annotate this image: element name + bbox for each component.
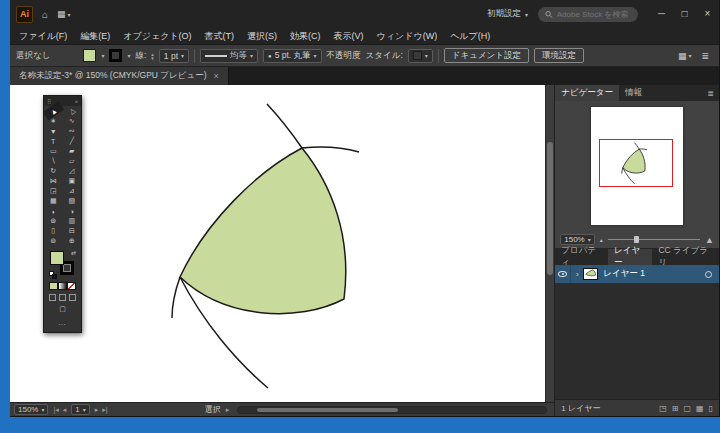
previous-artboard-icon[interactable]: ◂ — [63, 406, 67, 414]
workspace-switcher[interactable]: 初期設定 ▾ — [487, 8, 528, 20]
tool-hand[interactable]: ⊚ — [44, 236, 63, 246]
menu-item-object[interactable]: オブジェクト(O) — [123, 30, 191, 43]
tool-eraser[interactable]: ▱ — [63, 156, 82, 166]
menu-item-edit[interactable]: 編集(E) — [80, 30, 110, 43]
menu-item-effect[interactable]: 効果(C) — [290, 30, 321, 43]
next-artboard-icon[interactable]: ▸ — [95, 406, 99, 414]
tab-info[interactable]: 情報 — [619, 85, 648, 101]
new-sublayer-icon[interactable]: ▢ — [683, 404, 691, 413]
stock-search-field[interactable] — [538, 7, 638, 22]
collect-for-export-icon[interactable]: ◳ — [659, 404, 667, 413]
app-logo-icon[interactable]: Ai — [16, 6, 33, 23]
tool-symbol-sprayer[interactable]: ⊛ — [44, 216, 63, 226]
tool-type[interactable]: T — [44, 136, 63, 146]
tool-pencil[interactable]: ∖ — [44, 156, 63, 166]
horizontal-scrollbar-thumb[interactable] — [257, 408, 399, 412]
menu-item-type[interactable]: 書式(T) — [205, 30, 235, 43]
tool-slice[interactable]: ⊟ — [63, 226, 82, 236]
tool-width[interactable]: ⋈ — [44, 176, 63, 186]
last-artboard-icon[interactable]: ▸| — [102, 406, 107, 414]
none-button[interactable] — [67, 282, 76, 290]
navigator-view-rectangle[interactable] — [599, 139, 673, 187]
color-button[interactable] — [49, 282, 58, 290]
tab-navigator[interactable]: ナビゲーター — [555, 85, 619, 101]
make-mask-icon[interactable]: ⊞ — [672, 404, 679, 413]
tool-line-segment[interactable]: ╱ — [63, 136, 82, 146]
delete-layer-icon[interactable]: ▯ — [709, 404, 713, 413]
chevron-down-icon[interactable]: ▾ — [127, 52, 130, 59]
draw-inside-button[interactable] — [69, 294, 76, 301]
artwork[interactable] — [10, 85, 546, 402]
arrange-documents-button[interactable]: ▦ ▾ — [57, 9, 71, 19]
tool-zoom[interactable]: ⊕ — [63, 236, 82, 246]
stroke-weight-dropdown[interactable]: 1 pt ▾ — [159, 49, 189, 63]
stroke-profile-dropdown[interactable]: 均等 ▾ — [200, 49, 258, 63]
zoom-out-icon[interactable]: ▴ — [600, 236, 603, 243]
fill-color-swatch[interactable] — [83, 49, 96, 62]
tool-free-transform[interactable]: ▣ — [63, 176, 82, 186]
minimize-button[interactable]: ─ — [650, 0, 673, 28]
tool-column-graph[interactable]: ▥ — [63, 216, 82, 226]
menu-item-file[interactable]: ファイル(F) — [19, 30, 67, 43]
tool-paintbrush[interactable]: ▰ — [63, 146, 82, 156]
navigator-zoom-dropdown[interactable]: 150% ▾ — [560, 234, 594, 245]
tool-pen[interactable]: ▼ — [44, 126, 63, 136]
tool-perspective-grid[interactable]: ⊿ — [63, 186, 82, 196]
visibility-toggle[interactable] — [555, 265, 571, 283]
chevron-down-icon[interactable]: ▾ — [101, 52, 104, 59]
tab-properties[interactable]: プロパティ — [555, 249, 608, 265]
panel-menu-icon[interactable]: ≣ — [702, 85, 719, 101]
first-artboard-icon[interactable]: |◂ — [53, 406, 58, 414]
layer-row[interactable]: › レイヤー 1 — [555, 265, 719, 283]
layer-target-circle[interactable] — [705, 271, 712, 278]
document-tab[interactable]: 名称未設定-3* @ 150% (CMYK/GPU プレビュー) × — [10, 67, 229, 85]
stepper-down-icon[interactable]: ▾ — [151, 56, 154, 60]
align-options-button[interactable]: ▦ ▾ — [678, 51, 692, 61]
tool-blend[interactable]: ◑ — [63, 206, 82, 216]
edit-toolbar-button[interactable]: … — [44, 315, 81, 332]
horizontal-scrollbar[interactable] — [237, 406, 547, 414]
gradient-button[interactable] — [58, 282, 67, 290]
tool-rotate[interactable]: ↻ — [44, 166, 63, 176]
opacity-link[interactable]: 不透明度 — [327, 50, 361, 62]
close-tab-icon[interactable]: × — [213, 71, 218, 81]
layer-name[interactable]: レイヤー 1 — [603, 268, 705, 280]
layer-thumbnail[interactable] — [583, 268, 598, 280]
status-expand-icon[interactable]: ▸ — [226, 406, 230, 414]
style-dropdown[interactable]: ▾ — [408, 49, 433, 63]
draw-normal-button[interactable] — [49, 294, 56, 301]
home-icon[interactable]: ⌂ — [42, 9, 48, 20]
zoom-in-icon[interactable]: ▲ — [705, 235, 714, 245]
menu-item-window[interactable]: ウィンドウ(W) — [377, 30, 438, 43]
canvas[interactable] — [10, 85, 554, 402]
stroke-color-swatch[interactable] — [109, 49, 122, 62]
brush-dropdown[interactable]: ● 5 pt. 丸筆 ▾ — [263, 49, 322, 63]
tool-mesh[interactable]: ▦ — [44, 196, 63, 206]
control-panel-menu-icon[interactable]: ≣ — [701, 51, 709, 61]
tool-scale[interactable]: ◿ — [63, 166, 82, 176]
document-setup-button[interactable]: ドキュメント設定 — [444, 48, 529, 63]
fill-indicator[interactable] — [50, 251, 64, 265]
close-button[interactable]: × — [696, 0, 719, 28]
tab-layers[interactable]: レイヤー — [608, 249, 652, 265]
preferences-button[interactable]: 環境設定 — [534, 48, 584, 63]
navigator-thumbnail[interactable] — [591, 107, 683, 225]
tool-artboard[interactable]: ▯ — [44, 226, 63, 236]
vertical-scrollbar-thumb[interactable] — [547, 142, 553, 275]
tab-cc-libraries[interactable]: CC ライブラリ — [652, 249, 719, 265]
tool-eyedropper[interactable]: ◗ — [44, 206, 63, 216]
artboard-number-dropdown[interactable]: 1 ▾ — [71, 404, 89, 415]
zoom-dropdown[interactable]: 150% ▾ — [14, 404, 48, 415]
search-input[interactable] — [557, 10, 631, 19]
tool-gradient[interactable]: ▧ — [63, 196, 82, 206]
vertical-scrollbar[interactable] — [545, 85, 554, 402]
tool-rectangle[interactable]: ▭ — [44, 146, 63, 156]
expand-layer-icon[interactable]: › — [571, 270, 583, 279]
zoom-slider-thumb[interactable] — [634, 236, 639, 243]
menu-item-help[interactable]: ヘルプ(H) — [450, 30, 490, 43]
default-fill-stroke-icon[interactable] — [49, 271, 58, 279]
menu-item-view[interactable]: 表示(V) — [334, 30, 364, 43]
new-layer-icon[interactable]: ▦ — [696, 404, 704, 413]
tool-curvature[interactable]: ∾ — [63, 126, 82, 136]
stroke-weight-stepper[interactable]: ▴ ▾ — [151, 52, 154, 60]
